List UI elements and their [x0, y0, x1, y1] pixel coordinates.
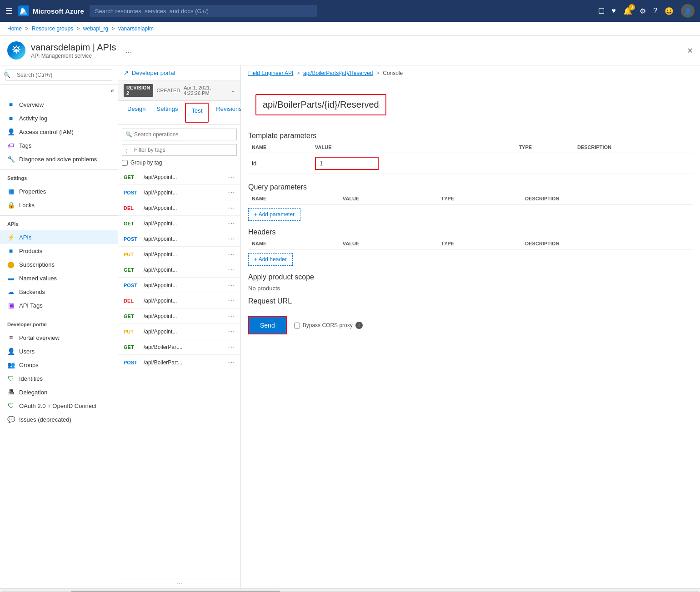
sidebar-item-users[interactable]: 👤 Users	[0, 344, 118, 358]
sidebar-item-apis[interactable]: ⚡ APIs	[0, 230, 118, 244]
bypass-info-icon[interactable]: i	[355, 322, 363, 329]
top-icons: ☐ ♥ 🔔 3 ⚙ ? 😀 👤	[598, 4, 695, 18]
sidebar-search-input[interactable]	[5, 69, 112, 81]
top-search-input[interactable]	[90, 5, 317, 17]
console-breadcrumb-path[interactable]: api/BoilerParts/{id}/Reserved	[303, 70, 373, 76]
op-more-6[interactable]: ⋯	[228, 265, 235, 274]
op-more-2[interactable]: ⋯	[228, 204, 235, 212]
resource-title-block: vanarsdelapim | APIs API Management serv…	[31, 42, 116, 59]
op-more-10[interactable]: ⋯	[228, 327, 235, 336]
sidebar-item-properties[interactable]: ▦ Properties	[0, 184, 118, 198]
sidebar-item-subscriptions[interactable]: ⬤ Subscriptions	[0, 258, 118, 271]
user-avatar[interactable]: 👤	[681, 4, 695, 18]
ops-filter-input[interactable]	[122, 144, 237, 156]
op-more-7[interactable]: ⋯	[228, 281, 235, 289]
op-more-11[interactable]: ⋯	[228, 343, 235, 351]
console-breadcrumb-api[interactable]: Field Engineer API	[248, 70, 293, 76]
feedback-icon[interactable]: ♥	[612, 7, 616, 15]
created-label: CREATED	[157, 88, 180, 93]
breadcrumb-home[interactable]: Home	[7, 25, 22, 32]
op-item-8[interactable]: DEL /api/Appoint... ⋯	[118, 293, 240, 308]
op-item-0[interactable]: GET /api/Appoint... ⋯	[118, 169, 240, 185]
op-more-8[interactable]: ⋯	[228, 296, 235, 305]
breadcrumb-rg-name[interactable]: webapi_rg	[83, 25, 108, 32]
op-more-0[interactable]: ⋯	[228, 173, 235, 181]
op-more-9[interactable]: ⋯	[228, 312, 235, 320]
operations-filter[interactable]: 〈	[118, 144, 240, 158]
sidebar-item-issues[interactable]: 💬 Issues (deprecated)	[0, 413, 118, 426]
op-item-3[interactable]: GET /api/Appoint... ⋯	[118, 216, 240, 231]
revision-chevron[interactable]: ⌄	[230, 87, 235, 94]
sidebar-item-label: Tags	[19, 142, 31, 149]
sidebar-item-backends[interactable]: ☁ Backends	[0, 285, 118, 298]
sidebar-item-activity-log[interactable]: ■ Activity log	[0, 111, 118, 125]
smiley-icon[interactable]: 😀	[665, 7, 674, 15]
sidebar-item-tags[interactable]: 🏷 Tags	[0, 139, 118, 152]
resize-handle[interactable]: ⋯	[118, 578, 240, 588]
main-layout: 🔍 « ■ Overview ■ Activity log 👤 Access c…	[0, 65, 700, 588]
op-item-12[interactable]: POST /api/BoilerPart... ⋯	[118, 355, 240, 370]
sidebar-item-locks[interactable]: 🔒 Locks	[0, 198, 118, 212]
op-more-1[interactable]: ⋯	[228, 188, 235, 197]
operations-search[interactable]: 🔍	[118, 125, 240, 144]
sidebar-item-access-control[interactable]: 👤 Access control (IAM)	[0, 125, 118, 139]
add-header-button[interactable]: + Add header	[248, 253, 293, 266]
op-more-3[interactable]: ⋯	[228, 219, 235, 228]
query-params-table: NAME VALUE TYPE DESCRIPTION	[241, 193, 700, 204]
bottom-scrollbar[interactable]	[0, 588, 700, 592]
op-item-10[interactable]: PUT /api/Appoint... ⋯	[118, 324, 240, 339]
op-more-4[interactable]: ⋯	[228, 234, 235, 243]
collapse-button[interactable]: «	[110, 87, 114, 94]
group-by-tag-checkbox[interactable]	[122, 160, 128, 166]
op-item-4[interactable]: POST /api/Appoint... ⋯	[118, 231, 240, 247]
breadcrumb-resource[interactable]: vanarsdelapim	[118, 25, 154, 32]
sidebar-item-api-tags[interactable]: ▣ API Tags	[0, 298, 118, 312]
op-item-6[interactable]: GET /api/Appoint... ⋯	[118, 262, 240, 278]
hamburger-menu[interactable]: ☰	[5, 6, 13, 16]
op-item-11[interactable]: GET /api/BoilerPart... ⋯	[118, 339, 240, 355]
top-search[interactable]	[90, 5, 317, 17]
send-button[interactable]: Send	[248, 316, 287, 334]
op-item-9[interactable]: GET /api/Appoint... ⋯	[118, 308, 240, 324]
tags-icon: 🏷	[7, 142, 15, 149]
sidebar-item-products[interactable]: ■ Products	[0, 244, 118, 258]
notifications-icon[interactable]: 🔔 3	[623, 7, 632, 15]
right-panel: Field Engineer API > api/BoilerParts/{id…	[241, 65, 700, 588]
sidebar-item-overview[interactable]: ■ Overview	[0, 98, 118, 111]
sidebar-item-diagnose[interactable]: 🔧 Diagnose and solve problems	[0, 152, 118, 166]
op-item-1[interactable]: POST /api/Appoint... ⋯	[118, 185, 240, 200]
settings-icon[interactable]: ⚙	[640, 7, 646, 15]
help-icon[interactable]: ?	[653, 7, 657, 15]
op-item-2[interactable]: DEL /api/Appoint... ⋯	[118, 200, 240, 216]
sidebar-item-identities[interactable]: 🛡 Identities	[0, 372, 118, 385]
cloud-shell-icon[interactable]: ☐	[598, 7, 605, 15]
op-more-12[interactable]: ⋯	[228, 358, 235, 367]
param-value-cell[interactable]	[311, 153, 515, 174]
bypass-cors-checkbox[interactable]	[294, 323, 300, 328]
scrollbar-thumb[interactable]	[71, 591, 280, 592]
breadcrumb-rg[interactable]: Resource groups	[32, 25, 73, 32]
sidebar-item-named-values[interactable]: ▬ Named values	[0, 271, 118, 285]
external-link-icon: ➚	[124, 69, 129, 76]
op-more-5[interactable]: ⋯	[228, 250, 235, 259]
op-method-3: GET	[124, 221, 140, 226]
op-item-5[interactable]: PUT /api/Appoint... ⋯	[118, 247, 240, 262]
scrollbar-track[interactable]	[1, 591, 699, 592]
tab-settings[interactable]: Settings	[151, 101, 183, 124]
resource-ellipsis[interactable]: ...	[125, 46, 132, 55]
close-button[interactable]: ×	[687, 45, 693, 56]
group-by-tag-label[interactable]: Group by tag	[130, 159, 162, 166]
sidebar-item-oauth[interactable]: 🛡 OAuth 2.0 + OpenID Connect	[0, 399, 118, 413]
tab-design[interactable]: Design	[122, 101, 151, 124]
tab-test[interactable]: Test	[185, 103, 209, 123]
sidebar-item-delegation[interactable]: 🖶 Delegation	[0, 385, 118, 399]
param-value-input[interactable]	[315, 157, 379, 170]
developer-portal-link[interactable]: Developer portal	[132, 70, 175, 76]
add-parameter-button[interactable]: + Add parameter	[248, 208, 300, 221]
op-item-7[interactable]: POST /api/Appoint... ⋯	[118, 278, 240, 293]
sidebar-item-groups[interactable]: 👥 Groups	[0, 358, 118, 372]
sidebar-collapse[interactable]: «	[0, 85, 118, 96]
sidebar-item-portal-overview[interactable]: ≡ Portal overview	[0, 331, 118, 344]
ops-search-input[interactable]	[122, 129, 237, 140]
sidebar-search[interactable]: 🔍	[0, 65, 118, 85]
